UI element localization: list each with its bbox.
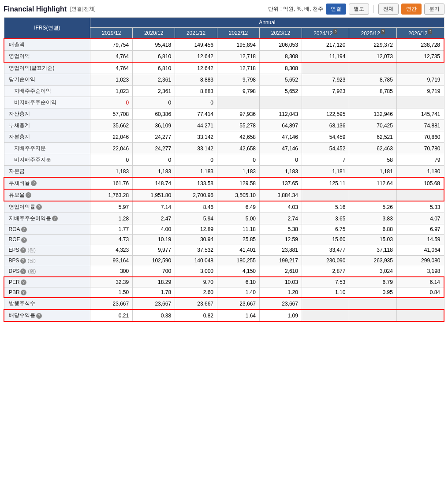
row-value: 4,150 bbox=[217, 266, 260, 277]
row-label: 비지배주주지분 bbox=[4, 154, 90, 166]
info-icon[interactable]: ? bbox=[20, 247, 26, 253]
table-row: 비지배주주지분0000075879 bbox=[4, 154, 444, 166]
row-value: 7 bbox=[302, 154, 349, 166]
info-icon[interactable]: ? bbox=[21, 237, 27, 243]
ifrs-header: IFRS(연결) bbox=[4, 18, 90, 39]
unit-label: (원) bbox=[28, 269, 36, 274]
btn-consolidated[interactable]: 연결 bbox=[326, 4, 346, 15]
btn-annual[interactable]: 연간 bbox=[401, 4, 422, 15]
row-value bbox=[396, 298, 444, 310]
row-value: 6.49 bbox=[217, 201, 260, 213]
row-label: PER? bbox=[4, 277, 90, 287]
row-value: 7.14 bbox=[133, 201, 175, 213]
row-value: 7.53 bbox=[302, 277, 349, 287]
row-value: 6,810 bbox=[133, 51, 175, 63]
row-value: 1,023 bbox=[90, 86, 133, 97]
row-value bbox=[302, 97, 349, 108]
row-value: 11.18 bbox=[217, 224, 260, 235]
row-value: 23,667 bbox=[259, 298, 302, 310]
row-value: 0.82 bbox=[175, 310, 217, 321]
row-value bbox=[302, 310, 349, 321]
row-value: 54,452 bbox=[302, 143, 349, 154]
row-value: 112,043 bbox=[259, 108, 302, 120]
row-label: 지배주주순이익 bbox=[4, 86, 90, 97]
info-icon[interactable]: ? bbox=[36, 204, 42, 210]
col-header-7: 2026/12? bbox=[396, 28, 444, 39]
row-value: 24,277 bbox=[133, 143, 175, 154]
table-row: 배당수익률?0.210.380.821.641.09 bbox=[4, 310, 444, 321]
row-value: 1.50 bbox=[90, 287, 133, 298]
row-value: 95,418 bbox=[133, 39, 175, 51]
row-value bbox=[349, 298, 397, 310]
row-value: 2,877 bbox=[302, 266, 349, 277]
row-value: 12,735 bbox=[396, 51, 444, 63]
row-value: 4.03 bbox=[259, 201, 302, 213]
row-value: 137.65 bbox=[259, 177, 302, 189]
row-value: 9.70 bbox=[175, 277, 217, 287]
info-icon[interactable]: ? bbox=[21, 280, 26, 285]
row-value: 1.09 bbox=[259, 310, 302, 321]
row-value: 4,764 bbox=[90, 62, 133, 74]
info-icon[interactable]: ? bbox=[21, 290, 26, 295]
col-header-5: 2024/12? bbox=[302, 28, 349, 39]
financial-table: IFRS(연결) Annual 2019/122020/122021/12202… bbox=[4, 17, 444, 322]
btn-all[interactable]: 전체 bbox=[378, 4, 399, 15]
row-value: 1,183 bbox=[133, 166, 175, 178]
row-value: 12.59 bbox=[259, 235, 302, 245]
row-value bbox=[217, 97, 260, 108]
row-value: 5,652 bbox=[259, 74, 302, 86]
info-icon[interactable]: ? bbox=[20, 258, 26, 264]
row-value bbox=[302, 189, 349, 201]
row-value: 1.78 bbox=[133, 287, 175, 298]
row-value: 57,708 bbox=[90, 108, 133, 120]
header-left: Financial Highlight [연결|전체] bbox=[4, 5, 96, 13]
row-value: 0.38 bbox=[133, 310, 175, 321]
info-icon[interactable]: ? bbox=[31, 180, 37, 186]
row-value: 7,923 bbox=[302, 86, 349, 97]
table-row: 비지배주주순이익-000 bbox=[4, 97, 444, 108]
row-value: 23,667 bbox=[217, 298, 260, 310]
row-value bbox=[349, 62, 397, 74]
row-value: 5,652 bbox=[259, 86, 302, 97]
row-value bbox=[396, 62, 444, 74]
info-icon[interactable]: ? bbox=[21, 227, 27, 232]
row-value: 4,764 bbox=[90, 51, 133, 63]
row-value: 97,936 bbox=[217, 108, 260, 120]
info-icon[interactable]: ? bbox=[26, 192, 31, 198]
row-value bbox=[302, 62, 349, 74]
row-value: 23,881 bbox=[259, 245, 302, 255]
row-label: 매출액 bbox=[4, 39, 90, 51]
row-value: 9,977 bbox=[133, 245, 175, 255]
row-value: 5.26 bbox=[349, 201, 397, 213]
table-row: 당기순이익1,0232,3618,8839,7985,6527,9238,785… bbox=[4, 74, 444, 86]
row-value: 8,308 bbox=[259, 62, 302, 74]
row-value: 12,718 bbox=[217, 62, 260, 74]
row-value: 64,897 bbox=[259, 120, 302, 131]
header: Financial Highlight [연결|전체] 단위 : 억원, %, … bbox=[4, 4, 444, 15]
row-value: 7,923 bbox=[302, 74, 349, 86]
info-icon[interactable]: ? bbox=[36, 313, 42, 319]
row-value: 180,255 bbox=[217, 255, 260, 266]
row-value: 122,595 bbox=[302, 108, 349, 120]
table-row: ROA?1.774.0012.8911.185.386.756.886.97 bbox=[4, 224, 444, 235]
info-icon[interactable]: ? bbox=[20, 269, 26, 274]
table-row: 지배주주순이익1,0232,3618,8839,7985,6527,9238,7… bbox=[4, 86, 444, 97]
row-value: 15.60 bbox=[302, 235, 349, 245]
row-value bbox=[349, 97, 397, 108]
row-value: 1,183 bbox=[90, 166, 133, 178]
row-value: 112.64 bbox=[349, 177, 397, 189]
row-value: 23,667 bbox=[175, 298, 217, 310]
row-value: 5.33 bbox=[396, 201, 444, 213]
row-value: 18.29 bbox=[133, 277, 175, 287]
btn-separate[interactable]: 별도 bbox=[349, 4, 369, 15]
row-value: 0 bbox=[133, 154, 175, 166]
row-value: 1,180 bbox=[396, 166, 444, 178]
row-value: 35,662 bbox=[90, 120, 133, 131]
header-title: Financial Highlight bbox=[4, 5, 67, 13]
row-value: 229,372 bbox=[349, 39, 397, 51]
row-value: 8,883 bbox=[175, 86, 217, 97]
row-value: 3,884.34 bbox=[259, 189, 302, 201]
row-value: 3.65 bbox=[302, 213, 349, 224]
btn-quarter[interactable]: 분기 bbox=[424, 4, 444, 15]
info-icon[interactable]: ? bbox=[52, 216, 58, 221]
